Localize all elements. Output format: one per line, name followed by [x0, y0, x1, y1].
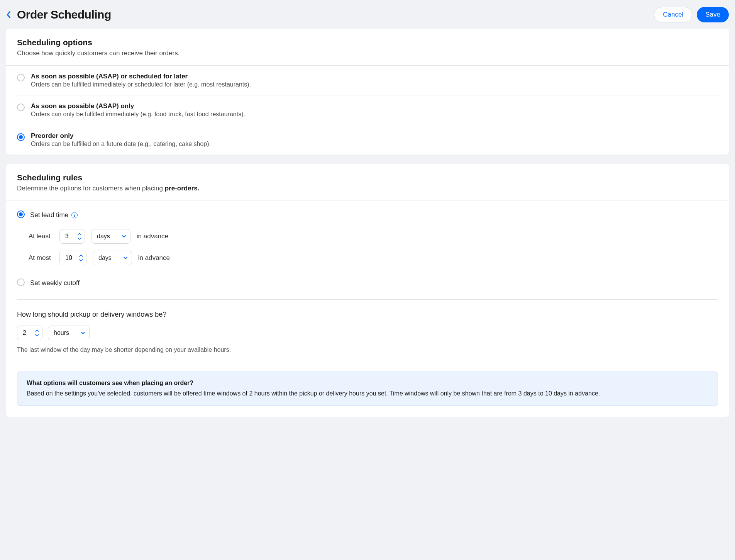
set-weekly-cutoff-option[interactable]: Set weekly cutoff [17, 276, 718, 290]
notice-title: What options will customers see when pla… [27, 380, 708, 387]
notice-body: Based on the settings you've selected, c… [27, 389, 708, 398]
option-asap-or-scheduled[interactable]: As soon as possible (ASAP) or scheduled … [17, 66, 718, 95]
set-lead-time-label: Set lead time [30, 211, 68, 219]
option-title: Preorder only [31, 132, 211, 140]
page-title: Order Scheduling [17, 8, 111, 21]
scheduling-rules-subtitle: Determine the options for customers when… [17, 184, 718, 193]
window-length-title: How long should pickup or delivery windo… [17, 311, 718, 319]
at-most-input[interactable] [60, 251, 78, 265]
in-advance-label: in advance [137, 232, 168, 240]
back-button[interactable] [6, 9, 15, 20]
option-desc: Orders can only be fulfilled immediately… [31, 111, 245, 118]
scheduling-rules-card: Scheduling rules Determine the options f… [6, 164, 729, 417]
option-asap-or-scheduled-radio[interactable] [17, 74, 25, 81]
set-lead-time-radio[interactable] [17, 210, 25, 218]
stepper-down-button[interactable] [34, 333, 40, 338]
option-asap-only-radio[interactable] [17, 104, 25, 111]
option-desc: Orders can be fulfilled immediately or s… [31, 81, 251, 88]
window-length-input[interactable] [17, 326, 34, 340]
page-header: Order Scheduling Cancel Save [6, 5, 729, 29]
set-lead-time-option[interactable]: Set lead time i [17, 208, 718, 222]
scheduling-rules-title: Scheduling rules [17, 173, 718, 182]
at-least-row: At least days in advance [29, 229, 718, 244]
option-desc: Orders can be fulfilled on a future date… [31, 141, 211, 148]
at-least-label: At least [29, 232, 53, 240]
option-title: As soon as possible (ASAP) or scheduled … [31, 73, 251, 80]
window-length-stepper[interactable] [17, 326, 42, 340]
set-weekly-cutoff-radio[interactable] [17, 278, 25, 286]
option-preorder-only[interactable]: Preorder only Orders can be fulfilled on… [17, 125, 718, 154]
stepper-up-button[interactable] [34, 328, 40, 333]
chevron-down-icon [123, 256, 128, 260]
chevron-up-icon [35, 329, 39, 332]
chevron-down-icon [35, 334, 39, 337]
at-most-unit-select[interactable]: days [93, 251, 132, 265]
stepper-down-button[interactable] [77, 236, 82, 241]
stepper-up-button[interactable] [77, 232, 82, 236]
at-least-stepper[interactable] [59, 229, 85, 244]
in-advance-label: in advance [138, 254, 170, 262]
at-least-unit-select[interactable]: days [91, 229, 130, 244]
at-most-row: At most days in advance [29, 251, 718, 265]
chevron-up-icon [78, 232, 81, 236]
chevron-up-icon [79, 254, 83, 257]
info-icon[interactable]: i [71, 212, 78, 218]
customer-options-notice: What options will customers see when pla… [17, 372, 718, 406]
at-least-input[interactable] [60, 229, 77, 243]
chevron-down-icon [81, 331, 85, 335]
option-title: As soon as possible (ASAP) only [31, 102, 245, 110]
stepper-up-button[interactable] [78, 253, 84, 258]
scheduling-options-title: Scheduling options [17, 38, 718, 47]
chevron-down-icon [122, 234, 126, 239]
window-unit-select[interactable]: hours [48, 326, 90, 340]
chevron-down-icon [78, 237, 81, 240]
chevron-left-icon [6, 11, 12, 19]
cancel-button[interactable]: Cancel [654, 7, 692, 22]
option-preorder-only-radio[interactable] [17, 133, 25, 141]
option-asap-only[interactable]: As soon as possible (ASAP) only Orders c… [17, 95, 718, 125]
scheduling-options-card: Scheduling options Choose how quickly cu… [6, 29, 729, 154]
chevron-down-icon [79, 259, 83, 262]
stepper-down-button[interactable] [78, 258, 84, 263]
window-hint: The last window of the day may be shorte… [17, 346, 718, 353]
set-weekly-cutoff-label: Set weekly cutoff [30, 279, 80, 287]
at-most-stepper[interactable] [59, 251, 86, 265]
scheduling-options-subtitle: Choose how quickly customers can receive… [17, 49, 718, 58]
save-button[interactable]: Save [697, 7, 729, 22]
at-most-label: At most [29, 254, 53, 262]
